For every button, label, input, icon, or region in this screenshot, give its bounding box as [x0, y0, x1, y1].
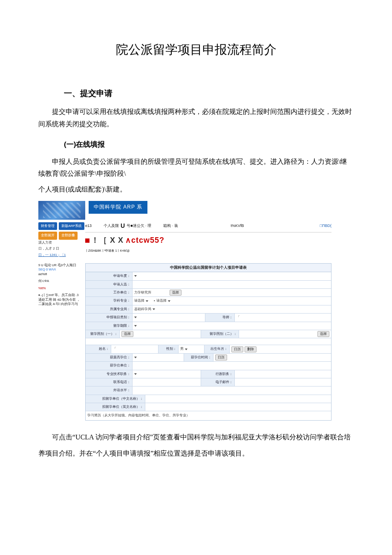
select-category[interactable] [134, 317, 137, 318]
caret-icon [153, 308, 155, 310]
left-link-1[interactable]: 日，一 1241；〔1 [38, 253, 66, 257]
nav-finance[interactable]: 财务管理 [38, 222, 57, 230]
label-lang: 外语水平： [86, 386, 133, 394]
select-tech-title[interactable] [134, 373, 137, 375]
nav-collapse-all[interactable]: 全部折叠 [59, 232, 78, 239]
paragraph-ucla: 可点击“UCLA 访问学者项目介绍”页签查看中国科学院与加利福尼亚大学洛杉矶分校… [38, 429, 354, 462]
side-p1b: SEQ 0 WΛΛ [38, 267, 56, 271]
mid-link-right[interactable]: □ПВD( [320, 222, 331, 229]
select-subject-2[interactable]: 请选择 [156, 298, 170, 304]
garble-big: ！［ X X [91, 233, 124, 247]
select-country1-button[interactable]: 选择 [121, 331, 133, 337]
label-name: 姓名： [86, 345, 111, 353]
caret-icon [134, 317, 137, 318]
section-heading-1: 一、提交申请 [64, 86, 354, 101]
select-gender[interactable]: 男 [180, 346, 187, 352]
label-inst-en: 拟留学单位（英文名称）： [86, 403, 145, 411]
label-work-unit: 工作单位： [86, 289, 133, 296]
label-applicant: 申请人选： [86, 281, 133, 288]
caret-icon [134, 325, 137, 327]
form-title: 中国科学院公温出国留学计划个人项目申请表 [86, 264, 331, 272]
side-p4: ♦.-j丨∑mrif 等。员工自助 .3 通处工用 辑 4Ω 制为今装 ，二篆始… [38, 293, 83, 307]
caret-icon [146, 300, 148, 302]
label-inst-cn: 拟留学单位（中文名称）： [86, 395, 145, 403]
select-duration[interactable] [134, 325, 137, 327]
left-text-2: 日，人才 2 日 [38, 246, 85, 252]
left-text-1: 源人力资 [38, 240, 85, 246]
side-p1a: 9 U 电论 UR 毛0个人顺日 [38, 263, 76, 267]
screenshot-sidebar: 9 U 电论 UR 毛0个人顺日 SEQ 0 WΛΛ ae%ifi 何∈ΦA %… [38, 263, 85, 421]
clear-button-birth[interactable]: 删除 [245, 346, 257, 352]
u-icon: U [121, 221, 125, 231]
paragraph-path-2: 个人项目(或成组配套)\新建。 [38, 183, 354, 196]
paragraph-intro: 提交申请可以采用在线填报或离线填报两种形式，必须在院规定的上报时间范围内进行提交… [38, 106, 354, 131]
select-subject-1[interactable]: 请选择 [134, 298, 148, 304]
label-tech-title: 专业技术职务： [86, 370, 133, 378]
label-tutor: 导师： [205, 314, 235, 321]
nav-expand-all[interactable]: 全部展开 [38, 232, 57, 239]
caret-icon [185, 349, 187, 350]
arp-system-banner: 中国科学院 ARP 系 [89, 201, 147, 214]
subsection-heading-1: (一)在线填报 [64, 138, 354, 151]
label-year: 申请年度： [86, 272, 133, 280]
mid-text-c: 号■迷公欠 · 理 [127, 222, 151, 229]
mid-code-1: e13 [85, 222, 92, 229]
label-subject: 学科专业： [86, 297, 133, 305]
date-button-birth[interactable]: 日历 [231, 346, 243, 352]
value-work-unit: 力学研究所 [134, 290, 151, 296]
label-edu-time: 获学位时间： [184, 354, 213, 361]
logo-image [38, 201, 85, 220]
side-p1c: ae%ifi [38, 272, 47, 276]
label-duration: 留学期限： [86, 322, 133, 330]
caret-icon [168, 300, 170, 302]
label-highest-edu: 获最高学位： [86, 354, 133, 361]
caret-icon [134, 275, 137, 277]
select-highest-edu[interactable] [134, 357, 137, 358]
label-category: 申报项目类别： [86, 314, 133, 321]
garbled-heading: ！［ X X ∧ctcw55? [85, 232, 331, 249]
red-square-icon [85, 238, 89, 243]
nav-new-arp[interactable]: 新版ARP系统 [59, 222, 84, 230]
mid-text-e: t%KVfB [231, 222, 244, 229]
label-base: 所属专业局： [86, 305, 133, 313]
doc-title: 院公派留学项目申报流程简介 [38, 38, 354, 61]
side-p3: %tt% [38, 286, 83, 291]
application-form: 中国科学院公温出国留学计划个人项目申请表 申请年度： 申请人选： 工作单位： 力… [85, 263, 331, 421]
select-base[interactable]: 基础科学局 [134, 306, 155, 312]
paragraph-path-1: 申报人员或负责公派留学项目的所级管理员可登陆系统在线填写、提交。进入路径为：人力… [38, 156, 354, 180]
label-phone: 联系电话： [86, 378, 133, 386]
mid-text-b: 个人及限 [104, 222, 119, 229]
label-gender: 性别： [158, 345, 179, 353]
label-country2: 留学国别（二）： [201, 330, 239, 338]
embedded-screenshot: 中国科学院 ARP 系 财务管理 新版ARP系统 全部展开 全部折叠 源人力资 … [38, 201, 331, 421]
mid-text-d: 箱构 · 装 [163, 222, 178, 229]
side-p2: 何∈ΦA [38, 279, 83, 284]
form-footnote: 学习简历（从大学开始填。内容包括时间、单位、学位、所学专业） [86, 411, 331, 420]
select-button[interactable]: 选择 [170, 290, 182, 296]
select-year[interactable] [134, 275, 137, 277]
label-birth: 出生年月： [204, 345, 230, 353]
label-admin-title: 行政职务： [201, 370, 235, 378]
garble-tail: ∧ctcw55? [125, 233, 164, 247]
garble-sub: 丨ZISH&iIIK丨*申请表 1丨4>W1β [85, 248, 331, 254]
caret-icon [134, 373, 137, 375]
caret-icon [134, 357, 137, 358]
date-button-edu[interactable]: 日历 [215, 355, 227, 360]
label-edu-unit: 获学位单位： [86, 362, 133, 369]
label-email: 电子邮件： [201, 378, 235, 386]
label-country1: 留学国别（一）： [86, 330, 120, 338]
select-country2-button[interactable]: 选择 [317, 331, 329, 337]
